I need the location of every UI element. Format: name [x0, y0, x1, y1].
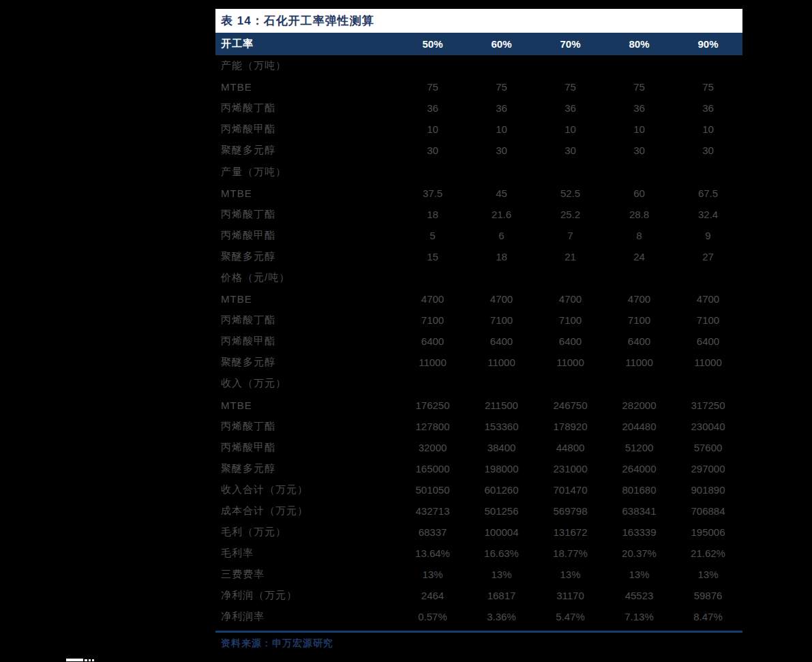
row-value: 231000 [536, 463, 605, 475]
header-col: 70% [536, 38, 605, 50]
table-row: 成本合计（万元）432713501256569798638341706884 [215, 500, 742, 522]
row-label: 丙烯酸丁酯 [215, 420, 398, 433]
table-header-row: 开工率 50%60%70%80%90% [215, 33, 742, 55]
row-value: 706884 [674, 505, 742, 517]
row-value: 18.77% [536, 547, 605, 559]
table-row: 聚醚多元醇1518212427 [215, 246, 742, 267]
row-value: 5.47% [536, 611, 605, 622]
table-row: 聚醚多元醇3030303030 [215, 140, 742, 161]
row-value: 30 [398, 145, 467, 156]
row-value: 100004 [467, 526, 536, 538]
fragment-bar [66, 659, 83, 661]
row-value: 36 [605, 102, 674, 114]
row-value: 7100 [674, 314, 742, 326]
row-value: 6400 [398, 335, 467, 347]
row-label: 毛利（万元） [215, 526, 398, 539]
row-value: 25.2 [536, 209, 605, 220]
row-label: 净利润率 [215, 610, 398, 623]
row-label: MTBE [215, 293, 398, 305]
row-value: 10 [398, 123, 467, 135]
row-value: 153360 [467, 421, 536, 432]
table-row: 收入合计（万元）501050601260701470801680901890 [215, 479, 742, 500]
row-value: 230040 [674, 421, 742, 432]
row-value: 165000 [398, 463, 467, 475]
row-value: 13% [467, 569, 536, 580]
row-value: 68337 [398, 526, 467, 538]
row-value: 638341 [605, 505, 674, 517]
row-value: 75 [536, 81, 605, 93]
row-value: 16.63% [467, 547, 536, 559]
row-value: 282000 [605, 400, 674, 411]
header-col: 80% [605, 38, 674, 50]
row-label: 丙烯酸丁酯 [215, 208, 398, 221]
table-row: 丙烯酸丁酯1821.625.228.832.4 [215, 204, 742, 225]
row-value: 6 [467, 230, 536, 241]
row-value: 21.6 [467, 209, 536, 220]
table-row: 毛利率13.64%16.63%18.77%20.37%21.62% [215, 543, 742, 564]
row-label: 聚醚多元醇 [215, 250, 398, 263]
header-col: 60% [467, 38, 536, 50]
report-page: 表 14：石化开工率弹性测算 开工率 50%60%70%80%90% 产能（万吨… [0, 0, 812, 662]
row-value: 7100 [536, 314, 605, 326]
table-row: 净利润（万元）246416817311704552359876 [215, 585, 742, 606]
table-row: 丙烯酸丁酯71007100710071007100 [215, 310, 742, 331]
table-row: 丙烯酸甲酯3200038400448005120057600 [215, 437, 742, 458]
row-value: 13% [674, 569, 742, 580]
row-value: 15 [398, 251, 467, 262]
row-value: 75 [398, 81, 467, 93]
row-value: 13% [398, 569, 467, 580]
section-row: 产能（万吨） [215, 55, 742, 76]
row-value: 5 [398, 230, 467, 241]
row-value: 13% [536, 569, 605, 580]
row-value: 11000 [605, 357, 674, 368]
row-value: 13% [605, 569, 674, 580]
header-col: 90% [674, 38, 742, 50]
row-value: 30 [467, 145, 536, 156]
row-value: 52.5 [536, 187, 605, 199]
row-value: 27 [674, 251, 742, 262]
row-value: 6400 [536, 335, 605, 347]
table-row: 丙烯酸甲酯64006400640064006400 [215, 331, 742, 352]
row-value: 7 [536, 230, 605, 241]
table-row: 丙烯酸甲酯56789 [215, 225, 742, 246]
row-value: 7.13% [605, 611, 674, 622]
table-row: 丙烯酸甲酯1010101010 [215, 119, 742, 140]
section-row: 产量（万吨） [215, 161, 742, 182]
row-value: 30 [605, 145, 674, 156]
row-value: 601260 [467, 484, 536, 496]
row-value: 21.62% [674, 547, 742, 559]
row-label: 产能（万吨） [215, 59, 398, 72]
row-label: 产量（万吨） [215, 166, 398, 179]
row-value: 28.8 [605, 209, 674, 220]
row-label: 收入（万元） [215, 377, 398, 390]
row-value: 195006 [674, 526, 742, 538]
row-value: 45 [467, 187, 536, 199]
row-value: 36 [467, 102, 536, 114]
fragment-mark [92, 659, 94, 661]
row-value: 38400 [467, 442, 536, 453]
row-label: 丙烯酸甲酯 [215, 335, 398, 348]
row-value: 569798 [536, 505, 605, 517]
table-row: 三费费率13%13%13%13%13% [215, 564, 742, 585]
row-value: 24 [605, 251, 674, 262]
row-label: MTBE [215, 400, 398, 411]
row-value: 7100 [398, 314, 467, 326]
row-label: 丙烯酸丁酯 [215, 314, 398, 327]
row-label: 成本合计（万元） [215, 505, 398, 517]
row-value: 30 [536, 145, 605, 156]
row-value: 75 [674, 81, 742, 93]
table-row: MTBE176250211500246750282000317250 [215, 395, 742, 416]
row-value: 6400 [674, 335, 742, 347]
row-value: 75 [467, 81, 536, 93]
table-row: 毛利（万元）68337100004131672163339195006 [215, 522, 742, 543]
row-value: 4700 [398, 293, 467, 305]
row-label: MTBE [215, 187, 398, 199]
source-note: 资料来源：申万宏源研究 [215, 637, 742, 650]
row-value: 4700 [536, 293, 605, 305]
header-col: 50% [398, 38, 467, 50]
row-value: 45523 [605, 590, 674, 601]
row-value: 432713 [398, 505, 467, 517]
row-value: 21 [536, 251, 605, 262]
row-value: 59876 [674, 590, 742, 601]
row-value: 11000 [398, 357, 467, 368]
